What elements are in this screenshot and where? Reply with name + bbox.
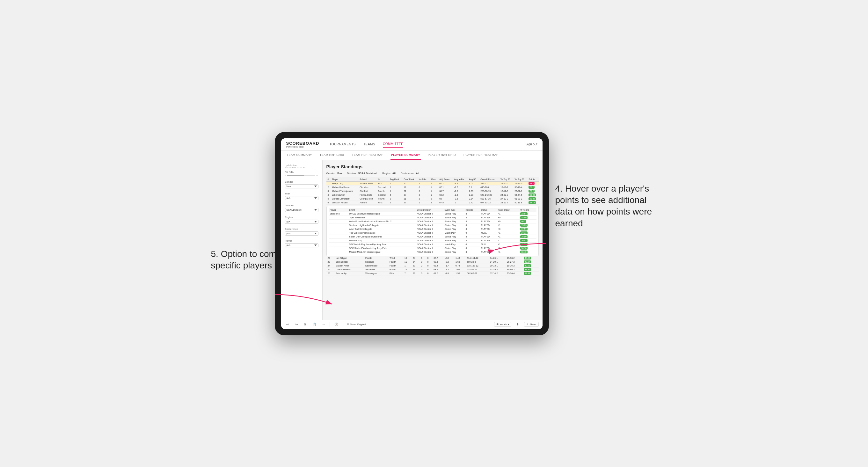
annotation-top-right: 4. Hover over a player's points to see a…: [555, 183, 657, 229]
tooltip-row: Wake Forest Invitational at Pinehurst No…: [329, 219, 536, 223]
col-school: School: [358, 177, 377, 182]
tip-col-rank-impact: Rank Impact: [497, 208, 519, 212]
tip-col-event-type: Event Type: [443, 208, 464, 212]
paste-icon[interactable]: 📋: [312, 322, 317, 327]
table-row[interactable]: 23 Jack Lundin Missouri Fourth 11 24 0 0…: [327, 260, 539, 263]
table-row[interactable]: 24 Bastien Amat New Mexico Fourth 1 27 2…: [327, 263, 539, 268]
conference-label: Conference: [285, 227, 318, 230]
tablet-frame: SCOREBOARD Powered by clippi TOURNAMENTS…: [275, 132, 549, 335]
col-vs-top-50: Vs Top 50: [513, 177, 527, 182]
logo-sub: Powered by clippi: [286, 146, 319, 148]
tip-col-player: Player: [329, 208, 348, 212]
table-row[interactable]: 5 Christo Lamprecht Georgia Tech Fourth …: [327, 197, 539, 200]
tablet-screen: SCOREBOARD Powered by clippi TOURNAMENTS…: [281, 138, 542, 329]
page-title: Player Standings: [327, 164, 539, 169]
filter-region: Region: All: [382, 172, 396, 175]
tooltip-row: Mirabel Maui Jim Intercollegiate NCAA Di…: [329, 250, 536, 254]
tooltip-section: Player Event Event Division Event Type R…: [327, 206, 539, 256]
filter-division: Division: NCAA Division I: [347, 172, 377, 175]
view-original-btn[interactable]: 👁 View: Original: [347, 323, 366, 326]
sidebar-no-rds: No Rds. 4 52: [285, 170, 318, 177]
more-icon[interactable]: ⋯: [321, 322, 326, 327]
share-icon: ↗: [526, 323, 528, 326]
sign-out-link[interactable]: Sign out: [526, 143, 537, 146]
tab-player-h2h-grid[interactable]: PLAYER H2H GRID: [427, 151, 457, 160]
table-row[interactable]: 22 Ian Gilligan Florida Third 10 24 1 0 …: [327, 256, 539, 260]
region-select[interactable]: N/A: [285, 220, 318, 224]
table-row[interactable]: 1 Wenyi Ding Arizona State First 1 15 1 …: [327, 181, 539, 185]
col-adj-score: Adj. Score: [438, 177, 453, 182]
tooltip-row: The Cypress Point Classic NCAA Division …: [329, 231, 536, 235]
col-reg-rank: Reg Rank: [389, 177, 403, 182]
filter-conference: Conference: All: [401, 172, 419, 175]
table-row[interactable]: 3 Michael Thorbjornsen Stanford Fourth 1…: [327, 189, 539, 193]
region-label: Region: [285, 216, 318, 219]
download-icon[interactable]: ⬇: [515, 322, 520, 327]
tip-col-event-div: Event Division: [416, 208, 443, 212]
year-label: Year: [285, 192, 318, 195]
tab-team-summary[interactable]: TEAM SUMMARY: [286, 151, 313, 160]
tab-player-summary[interactable]: PLAYER SUMMARY: [391, 151, 421, 160]
rds-to: 52: [316, 175, 318, 177]
table-row[interactable]: 26 Petr Hruby Washington Fifth 7 23 0 0 …: [327, 271, 539, 275]
logo-area: SCOREBOARD Powered by clippi: [286, 141, 319, 148]
tooltip-row: SEC Match Play hosted by Jerry Pate NCAA…: [329, 242, 536, 246]
tab-team-h2h-grid[interactable]: TEAM H2H GRID: [319, 151, 345, 160]
nav-tournaments[interactable]: TOURNAMENTS: [329, 141, 356, 147]
player-filter-label: Player: [285, 240, 318, 242]
tip-col-rounds: Rounds: [464, 208, 480, 212]
sidebar-conference: Conference (All): [285, 227, 318, 236]
toolbar-sep-1: [330, 322, 330, 327]
nav-teams[interactable]: TEAMS: [363, 141, 375, 147]
table-row[interactable]: 4 Luke Clanton Florida State Second 5 27…: [327, 193, 539, 197]
sub-nav: TEAM SUMMARY TEAM H2H GRID TEAM H2H HEAT…: [281, 151, 542, 160]
watch-btn[interactable]: 👁 Watch ▾: [494, 322, 511, 327]
redo-icon[interactable]: ↪: [294, 322, 299, 327]
content-area: Player Standings Gender: Men Division: N…: [322, 160, 542, 320]
col-wins: Wins: [429, 177, 438, 182]
table-header-row: # Player School Yr Reg Rank Conf Rank No…: [327, 177, 539, 182]
nav-committee[interactable]: COMMITTEE: [383, 141, 404, 148]
conference-select[interactable]: (All): [285, 231, 318, 236]
tooltip-row: Williams Cup NCAA Division I Stroke Play…: [329, 239, 536, 242]
table-row[interactable]: 2 Michael La Sasso Ole Miss Second 1 18 …: [327, 185, 539, 189]
share-label: Share: [529, 323, 536, 326]
tab-player-h2h-heatmap[interactable]: PLAYER H2H HEATMAP: [463, 151, 499, 160]
tooltip-row: Tiger Invitational NCAA Division I Strok…: [329, 216, 536, 219]
rds-slider-track[interactable]: [287, 175, 315, 176]
gender-label: Gender: [285, 180, 318, 183]
tip-col-w-points: W Points: [519, 208, 536, 212]
col-num: #: [327, 177, 331, 182]
division-select[interactable]: NCAA Division I: [285, 208, 318, 212]
update-time: Update time: 27/01/2024 16:56:26: [285, 164, 318, 168]
tooltip-row: Fallen Oak Collegiate Invitational NCAA …: [329, 235, 536, 239]
copy-icon[interactable]: ⎘: [303, 322, 308, 327]
tip-col-event: Event: [348, 208, 415, 212]
undo-icon[interactable]: ↩: [285, 322, 290, 327]
sidebar-gender: Gender Men Women: [285, 180, 318, 188]
col-no-rds: No Rds.: [417, 177, 429, 182]
player-select[interactable]: (All): [285, 243, 318, 247]
division-label: Division: [285, 204, 318, 207]
table-row[interactable]: 6 Jackson Koivan Auburn First 2 27 1 2 6…: [327, 200, 539, 204]
tab-team-h2h-heatmap[interactable]: TEAM H2H HEATMAP: [351, 151, 384, 160]
tip-col-status: Status: [480, 208, 497, 212]
table-row[interactable]: 25 Cole Sherwood Vanderbilt Fourth 12 23…: [327, 268, 539, 271]
year-select[interactable]: (All): [285, 196, 318, 200]
sidebar-year: Year (All): [285, 192, 318, 200]
rds-slider-fill: [287, 175, 304, 176]
bottom-toolbar: ↩ ↪ ⎘ 📋 ⋯ 🕐 👁 View: Original 👁 Watch ▾: [281, 320, 542, 329]
outer-container: 4. Hover over a player's points to see a…: [211, 132, 657, 335]
top-nav: SCOREBOARD Powered by clippi TOURNAMENTS…: [281, 138, 542, 151]
gender-select[interactable]: Men Women: [285, 184, 318, 188]
standings-table: # Player School Yr Reg Rank Conf Rank No…: [327, 177, 539, 205]
no-rds-label: No Rds.: [285, 170, 318, 174]
col-avg-sg: Avg SG: [468, 177, 479, 182]
col-points: Points: [527, 177, 538, 182]
main-content: Update time: 27/01/2024 16:56:26 No Rds.…: [281, 160, 542, 320]
tooltip-header-row: Player Event Event Division Event Type R…: [329, 208, 536, 212]
clock-icon[interactable]: 🕐: [334, 322, 339, 327]
share-btn[interactable]: ↗ Share: [524, 322, 538, 327]
tooltip-row: Jackson K UNCW Seahawk Intercollegiate N…: [329, 212, 536, 216]
tooltip-row: Southern Highlands Collegiate NCAA Divis…: [329, 223, 536, 227]
